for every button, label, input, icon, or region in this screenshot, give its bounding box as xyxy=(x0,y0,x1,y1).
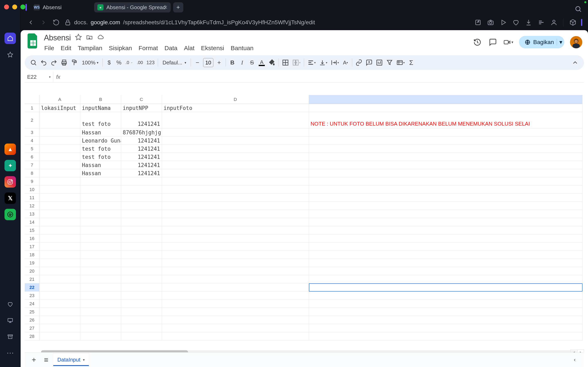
cell-B14[interactable] xyxy=(80,218,121,226)
tb-zoom[interactable]: 100% ▾ xyxy=(80,59,100,66)
select-all-corner[interactable] xyxy=(25,95,39,104)
tb-font-size-plus-icon[interactable]: + xyxy=(215,58,224,67)
row-header-24[interactable]: 24 xyxy=(25,300,39,308)
account-avatar[interactable] xyxy=(570,36,582,48)
sidebar-archive-icon[interactable] xyxy=(4,331,16,342)
menu-view[interactable]: Tampilan xyxy=(77,43,103,53)
cell-E5[interactable] xyxy=(309,145,582,153)
cell-B16[interactable] xyxy=(80,234,121,243)
tb-font-family[interactable]: Defaul...▾ xyxy=(160,59,189,66)
cell-B24[interactable] xyxy=(80,300,121,308)
tb-decrease-decimal-icon[interactable]: .0 ← xyxy=(124,58,135,67)
cell-C4[interactable]: 1241241 xyxy=(121,137,162,145)
cell-D6[interactable] xyxy=(162,153,309,161)
cell-E6[interactable] xyxy=(309,153,582,161)
tb-print-icon[interactable] xyxy=(60,58,69,67)
cell-E20[interactable] xyxy=(309,267,582,275)
cell-E19[interactable] xyxy=(309,259,582,267)
tb-font-size[interactable]: − + xyxy=(193,58,224,67)
cell-E15[interactable] xyxy=(309,226,582,234)
cell-C7[interactable]: 1241241 xyxy=(121,161,162,169)
tb-wrap-icon[interactable]: ▾ xyxy=(329,58,340,67)
tb-percent-icon[interactable]: % xyxy=(114,58,123,67)
menu-help[interactable]: Bantuan xyxy=(230,43,254,53)
cell-C21[interactable] xyxy=(121,275,162,284)
cell-B13[interactable] xyxy=(80,210,121,218)
cell-A11[interactable] xyxy=(39,194,80,202)
menu-edit[interactable]: Edit xyxy=(60,43,72,53)
row-header-4[interactable]: 4 xyxy=(25,137,39,145)
cell-E25[interactable] xyxy=(309,308,582,316)
cell-B10[interactable] xyxy=(80,185,121,194)
star-icon[interactable] xyxy=(75,34,82,42)
sidebar-app-spotify-icon[interactable] xyxy=(4,209,16,220)
cell-D22[interactable] xyxy=(162,284,309,292)
cell-A8[interactable] xyxy=(39,169,80,177)
tb-currency-icon[interactable]: $ xyxy=(105,58,114,67)
tab-close-icon[interactable]: ✕ xyxy=(163,4,168,11)
cell-A18[interactable] xyxy=(39,251,80,259)
sidebar-star-icon[interactable] xyxy=(4,49,16,60)
cell-E22[interactable] xyxy=(309,284,582,292)
download-icon[interactable] xyxy=(524,18,533,27)
cell-C13[interactable] xyxy=(121,210,162,218)
move-folder-icon[interactable] xyxy=(86,34,93,42)
cell-D12[interactable] xyxy=(162,202,309,210)
row-header-8[interactable]: 8 xyxy=(25,169,39,177)
cell-D24[interactable] xyxy=(162,300,309,308)
col-header-A[interactable]: A xyxy=(39,95,80,104)
cell-B23[interactable] xyxy=(80,292,121,300)
comment-icon[interactable] xyxy=(488,37,498,47)
row-header-1[interactable]: 1 xyxy=(25,104,39,112)
cube-icon[interactable] xyxy=(568,18,577,27)
sidebar-app-instagram-icon[interactable] xyxy=(4,176,16,188)
cell-A17[interactable] xyxy=(39,243,80,251)
cell-D14[interactable] xyxy=(162,218,309,226)
cell-B7[interactable]: Hassan xyxy=(80,161,121,169)
cell-A26[interactable] xyxy=(39,316,80,324)
share-icon[interactable] xyxy=(474,18,483,27)
cell-C14[interactable] xyxy=(121,218,162,226)
row-header-19[interactable]: 19 xyxy=(25,259,39,267)
cell-B18[interactable] xyxy=(80,251,121,259)
tb-redo-icon[interactable] xyxy=(49,58,59,67)
camera-icon[interactable] xyxy=(486,18,495,27)
tb-link-icon[interactable] xyxy=(354,58,364,67)
sidebar-easel-icon[interactable] xyxy=(4,315,16,326)
cell-B27[interactable] xyxy=(80,324,121,332)
nav-forward-button[interactable] xyxy=(39,18,48,27)
row-header-25[interactable]: 25 xyxy=(25,308,39,316)
row-header-16[interactable]: 16 xyxy=(25,234,39,243)
cell-A23[interactable] xyxy=(39,292,80,300)
row-header-9[interactable]: 9 xyxy=(25,177,39,185)
row-header-12[interactable]: 12 xyxy=(25,202,39,210)
tb-font-size-minus-icon[interactable]: − xyxy=(193,58,202,67)
cell-B11[interactable] xyxy=(80,194,121,202)
share-dropdown-icon[interactable]: ▾ xyxy=(557,39,562,45)
cell-D15[interactable] xyxy=(162,226,309,234)
cell-E9[interactable] xyxy=(309,177,582,185)
col-header-D[interactable]: D xyxy=(162,95,309,104)
cell-A4[interactable] xyxy=(39,137,80,145)
chevron-down-icon[interactable]: ▾ xyxy=(83,358,85,362)
cell-C26[interactable] xyxy=(121,316,162,324)
cell-D4[interactable] xyxy=(162,137,309,145)
cell-B2[interactable]: test foto xyxy=(80,112,121,128)
row-header-13[interactable]: 13 xyxy=(25,210,39,218)
cell-C2[interactable]: 1241241 xyxy=(121,112,162,128)
play-icon[interactable] xyxy=(499,18,508,27)
sidebar-more-icon[interactable]: ⋯ xyxy=(4,347,16,359)
cell-D19[interactable] xyxy=(162,259,309,267)
cell-D11[interactable] xyxy=(162,194,309,202)
share-button[interactable]: Bagikan ▾ xyxy=(519,36,564,48)
cell-B3[interactable]: Hassan xyxy=(80,128,121,137)
cell-C15[interactable] xyxy=(121,226,162,234)
cell-A5[interactable] xyxy=(39,145,80,153)
row-header-11[interactable]: 11 xyxy=(25,194,39,202)
cell-C8[interactable]: 1241241 xyxy=(121,169,162,177)
cell-B6[interactable]: test foto xyxy=(80,153,121,161)
cell-A3[interactable] xyxy=(39,128,80,137)
tb-halign-icon[interactable]: ▾ xyxy=(306,58,317,67)
cell-A6[interactable] xyxy=(39,153,80,161)
sheet-tab-datainput[interactable]: DataInput ▾ xyxy=(53,354,89,366)
